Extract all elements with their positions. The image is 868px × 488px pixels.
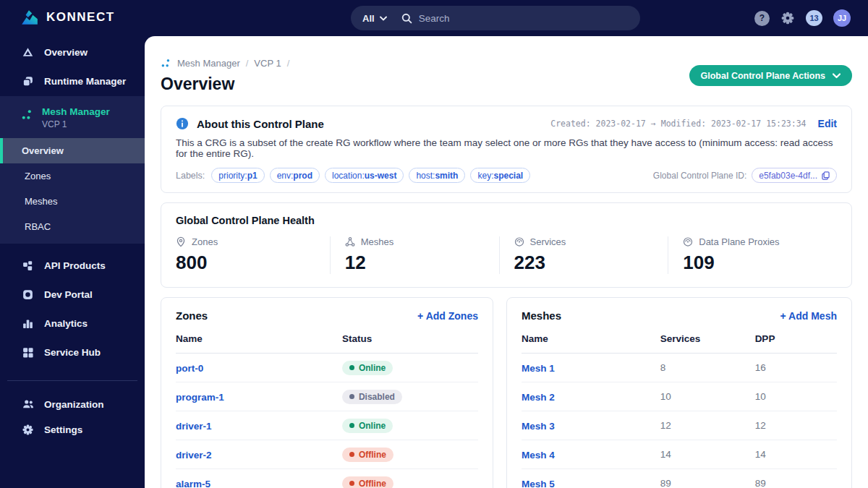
edit-link[interactable]: Edit [818, 118, 837, 129]
mesh-link[interactable]: Mesh 1 [522, 363, 555, 374]
zone-row: alarm-5 Offline [176, 469, 478, 488]
control-plane-id-chip[interactable]: e5fab03e-4df... [752, 168, 837, 183]
health-card: Global Control Plane Health Zones 800 [161, 202, 852, 288]
zones-card-title: Zones [176, 309, 208, 322]
metric-zones: Zones 800 [176, 236, 330, 274]
zones-table-header: Name Status [176, 325, 478, 354]
zone-link[interactable]: driver-1 [176, 421, 212, 432]
sidebar-subitem-zones[interactable]: Zones [0, 163, 145, 189]
timestamps: Created: 2023-02-17 → Modified: 2023-02-… [550, 119, 806, 129]
breadcrumb-vcp-1[interactable]: VCP 1 [254, 58, 281, 69]
mesh-row: Mesh 5 89 89 [522, 469, 837, 488]
sidebar-subitem-overview[interactable]: Overview [0, 138, 145, 163]
search-scope-value: All [362, 13, 375, 24]
mesh-globe-icon [514, 236, 524, 247]
sidebar-item-mesh-manager[interactable]: Mesh Manager VCP 1 [0, 103, 145, 134]
sidebar-item-label: Runtime Manager [44, 76, 126, 87]
mesh-globe-icon [683, 236, 693, 247]
mesh-dots-icon [161, 58, 171, 69]
sidebar-item-analytics[interactable]: Analytics [0, 309, 145, 338]
sidebar-item-runtime-manager[interactable]: Runtime Manager [0, 67, 145, 95]
meshes-table-header: Name Services DPP [522, 325, 837, 354]
status-badge: Online [342, 361, 393, 375]
sidebar-divider [7, 380, 137, 381]
zone-link[interactable]: program-1 [176, 392, 224, 403]
mesh-link[interactable]: Mesh 2 [522, 392, 555, 403]
help-button[interactable]: ? [754, 11, 770, 26]
mesh-link[interactable]: Mesh 4 [522, 450, 555, 461]
zone-link[interactable]: port-0 [176, 363, 203, 374]
status-badge: Disabled [342, 390, 402, 404]
notification-count-badge[interactable]: 13 [806, 10, 822, 26]
dev-portal-icon [21, 288, 35, 301]
runtime-manager-layers-icon [21, 75, 35, 87]
sidebar-item-label: Settings [44, 424, 82, 435]
api-products-squares-icon [21, 260, 35, 272]
mesh-manager-label: Mesh Manager [42, 106, 110, 118]
mesh-row: Mesh 1 8 16 [522, 354, 837, 382]
meshes-card-title: Meshes [522, 309, 561, 322]
sidebar-item-organization[interactable]: Organization [0, 391, 145, 417]
zone-row: port-0 Online [176, 354, 478, 382]
meshes-card: Meshes + Add Mesh Name Services DPP Mesh… [506, 297, 852, 488]
breadcrumb-mesh-manager[interactable]: Mesh Manager [177, 58, 240, 69]
metric-meshes: Meshes 12 [330, 236, 499, 274]
zone-row: driver-1 Online [176, 411, 478, 440]
sidebar-item-label: Analytics [44, 318, 88, 329]
brand-logo[interactable]: KONNECT [20, 8, 115, 27]
arrow-glyph: → [651, 119, 656, 129]
main-content: Mesh Manager / VCP 1 / Overview Global C… [145, 36, 868, 488]
metric-services: Services 223 [499, 236, 668, 274]
status-badge: Offline [342, 476, 393, 488]
metric-data-plane-proxies: Data Plane Proxies 109 [668, 236, 837, 274]
sidebar-item-service-hub[interactable]: Service Hub [0, 338, 145, 367]
sidebar-item-label: API Products [44, 260, 106, 271]
metric-dpp-value: 109 [683, 252, 837, 274]
modified-timestamp: Modified: 2023-02-17 15:23:34 [661, 119, 807, 129]
sidebar: Overview Runtime Manager Mesh Manager VC… [0, 36, 145, 488]
sidebar-subitem-rbac[interactable]: RBAC [0, 214, 145, 239]
label-chip-location: location:us-west [325, 168, 404, 183]
chevron-down-icon [833, 73, 841, 79]
sidebar-subitem-meshes[interactable]: Meshes [0, 189, 145, 214]
status-badge: Online [342, 419, 393, 433]
metric-meshes-value: 12 [345, 252, 499, 274]
service-hub-grid-icon [21, 346, 35, 359]
settings-gear-icon[interactable] [780, 11, 795, 25]
search-input[interactable] [419, 13, 578, 24]
mesh-row: Mesh 2 10 10 [522, 382, 837, 411]
about-control-plane-card: About this Control Plane Created: 2023-0… [161, 106, 852, 193]
nodes-icon [345, 236, 355, 247]
global-control-plane-actions-button[interactable]: Global Control Plane Actions [689, 65, 852, 86]
user-avatar[interactable]: JJ [833, 9, 851, 27]
sidebar-item-dev-portal[interactable]: Dev Portal [0, 280, 145, 309]
sidebar-item-api-products[interactable]: API Products [0, 251, 145, 280]
mesh-link[interactable]: Mesh 5 [522, 479, 555, 488]
mesh-link[interactable]: Mesh 3 [522, 421, 555, 432]
sidebar-item-overview[interactable]: Overview [0, 38, 145, 67]
zone-link[interactable]: alarm-5 [176, 479, 210, 488]
sidebar-item-label: Dev Portal [44, 289, 93, 300]
sidebar-item-label: Overview [44, 47, 88, 58]
zone-link[interactable]: driver-2 [176, 450, 212, 461]
label-chip-key: key:special [470, 168, 530, 183]
metric-services-value: 223 [514, 252, 668, 274]
sidebar-item-settings[interactable]: Settings [0, 417, 145, 442]
add-zones-link[interactable]: + Add Zones [417, 310, 478, 322]
topbar-actions: ? 13 JJ [754, 9, 851, 27]
brand-name: KONNECT [46, 10, 115, 25]
zone-row: program-1 Disabled [176, 382, 478, 411]
search-scope-dropdown[interactable]: All [362, 13, 387, 24]
add-mesh-link[interactable]: + Add Mesh [780, 310, 837, 322]
control-plane-id-label: Global Control Plane ID: [653, 171, 746, 181]
label-chip-env: env:prod [270, 168, 320, 183]
global-search[interactable]: All [351, 6, 640, 30]
created-timestamp: Created: 2023-02-17 [550, 119, 646, 129]
pin-icon [176, 236, 186, 247]
mesh-row: Mesh 4 14 14 [522, 440, 837, 469]
organization-people-icon [21, 398, 35, 411]
label-chip-priority: priority:p1 [211, 168, 264, 183]
zones-card: Zones + Add Zones Name Status port-0 Onl… [161, 297, 493, 488]
settings-gear-icon [21, 424, 35, 436]
overview-triangle-icon [21, 46, 35, 59]
